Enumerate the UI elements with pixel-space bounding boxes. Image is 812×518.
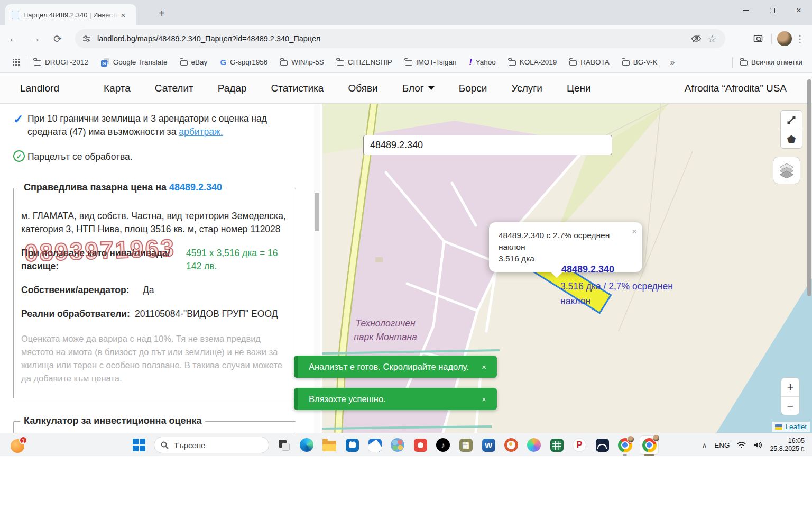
browser-tab[interactable]: Парцел 48489.2.340 | Инвестир × [5,4,136,25]
parcel-id-link[interactable]: 48489.2.340 [169,182,222,193]
pinterest-button[interactable]: P [571,437,587,453]
page-scrollbar-thumb[interactable] [807,79,811,296]
site-navigation: Landlord Карта Сателит Радар Статистика … [0,73,812,104]
draw-polygon-button[interactable]: ⬟ [781,130,802,149]
nav-uslugi[interactable]: Услуги [511,83,542,94]
owner-value: Да [143,284,154,297]
chrome-profile-button[interactable] [617,437,633,453]
task-view-icon [278,439,290,451]
bookmark-citizenship[interactable]: CITIZENSHIP [337,58,392,66]
panel-scrollbar[interactable] [314,104,320,433]
speedtest-button[interactable] [594,437,610,453]
usage-label: При ползване като нива/ливада/ пасище: [21,247,186,273]
toast-close-icon[interactable]: × [482,362,486,371]
start-button[interactable] [131,437,147,453]
nav-tseni[interactable]: Цени [567,83,591,94]
leaflet-link[interactable]: Leaflet [785,423,807,431]
bookmark-imot-tsigari[interactable]: IMOT-Tsigari [405,58,457,66]
widgets-button[interactable]: 1 [11,437,26,453]
bookmark-ebay[interactable]: eBay [180,58,208,66]
google-translate-icon: AG [101,58,109,67]
menu-kebab-icon[interactable]: ⋮ [792,33,808,44]
nav-statistika[interactable]: Статистика [271,83,324,94]
tiktok-button[interactable]: ♪ [435,437,451,453]
nav-karta[interactable]: Карта [104,83,131,94]
reload-button[interactable]: ⟳ [49,30,67,48]
bookmark-yahoo[interactable]: !Yahoo [469,58,495,67]
taskbar-search[interactable]: Търсене [154,437,269,453]
snipping-tool-icon [368,439,382,452]
running-indicator [623,454,627,456]
snipping-tool-button[interactable] [367,437,383,453]
back-button[interactable]: ← [4,30,22,48]
bookmark-star-icon[interactable]: ☆ [704,31,720,47]
chrome-active-button[interactable] [640,435,659,455]
tab-close-icon[interactable]: × [118,11,128,20]
calculator-box: Калкулатор за инвестиционна оценка [13,421,296,433]
usage-row: При ползване като нива/ливада/ пасище: 4… [21,247,288,273]
folder-icon [569,60,577,66]
microsoft-store-button[interactable] [344,437,360,453]
new-tab-button[interactable]: + [154,6,169,21]
duckduckgo-button[interactable] [503,437,519,453]
arbitrage-link[interactable]: арбитраж. [179,126,223,137]
folder-icon [740,60,748,66]
panel-scrollbar-thumb[interactable] [315,193,319,231]
zoom-out-button[interactable]: − [781,397,799,415]
bookmark-kola-2019[interactable]: KOLA-2019 [509,58,557,66]
url-text[interactable]: landlord.bg/maps/48489.2.340_Парцел?id=4… [97,34,688,43]
zoom-in-button[interactable]: + [781,378,799,397]
nav-obyavi[interactable]: Обяви [348,83,377,94]
eye-off-icon[interactable] [688,31,704,47]
site-settings-icon[interactable] [82,34,91,43]
nav-borsi[interactable]: Борси [459,83,487,94]
clock[interactable]: 16:05 25.8.2025 г. [770,437,805,453]
measure-distance-button[interactable] [781,111,802,130]
address-bar[interactable]: landlord.bg/maps/48489.2.340_Парцел?id=4… [75,29,725,48]
layers-control-button[interactable] [773,157,800,184]
arbitrage-notice: ✓ При 10 гранични землища и 3 арендатори… [13,112,292,139]
edge-button[interactable] [299,437,315,453]
bookmarks-overflow-chevron[interactable]: » [670,58,675,67]
close-button[interactable]: × [786,0,812,21]
nav-radar[interactable]: Радар [218,83,247,94]
apps-grid-icon[interactable] [13,59,20,66]
word-button[interactable]: W [481,437,496,453]
language-indicator[interactable]: ENG [714,441,730,449]
profile-avatar[interactable] [777,31,792,46]
bookmark-drugi-2012[interactable]: DRUGI -2012 [34,58,88,66]
toast-close-icon[interactable]: × [482,395,486,404]
bookmark-rabota[interactable]: RABOTA [569,58,610,66]
popup-close-icon[interactable]: × [632,226,637,238]
nav-blog[interactable]: Блог [402,83,435,94]
bookmark-google-translate[interactable]: AGGoogle Translate [101,58,168,67]
wifi-icon[interactable] [737,441,746,449]
nav-satelit[interactable]: Сателит [155,83,193,94]
toast-login-success: Влязохте успешно. × [294,388,497,410]
forward-button[interactable]: → [26,30,44,48]
task-view-button[interactable] [276,437,292,453]
bookmark-bg-v-k[interactable]: BG-V-K [622,58,658,66]
maximize-button[interactable] [759,0,786,21]
owner-label: Собственик/арендатор: [21,284,143,297]
map-search-input[interactable] [363,135,612,155]
copilot-button[interactable] [526,437,542,453]
price-box-legend: Справедлива пазарна цена на [24,182,169,193]
volume-icon[interactable] [753,441,762,449]
logged-in-user[interactable]: Afrodita “Afrodita” USA [685,83,787,94]
qr-scanner-button[interactable]: ▦ [458,437,474,453]
bookmark-win-ip-5s[interactable]: WIN/ip-5S [280,58,324,66]
file-explorer-button[interactable] [321,437,337,453]
side-panel-search-icon[interactable] [750,31,766,47]
minimize-button[interactable] [733,0,759,21]
clipchamp-button[interactable] [412,437,428,453]
tray-expand-icon[interactable]: ∧ [702,441,707,449]
site-logo[interactable]: Landlord [20,83,84,94]
excel-button[interactable] [549,437,565,453]
paint-button[interactable] [390,437,405,453]
tray-date: 25.8.2025 г. [770,445,805,453]
bookmark-g-spqr1956[interactable]: GG-spqr1956 [220,58,267,67]
all-bookmarks[interactable]: Всички отметки [732,57,802,68]
processed-text: Парцелът се обработва. [27,150,292,163]
leaflet-map[interactable]: 48489.2.340 с 2.7% осреднен наклон 3.516… [322,104,812,433]
